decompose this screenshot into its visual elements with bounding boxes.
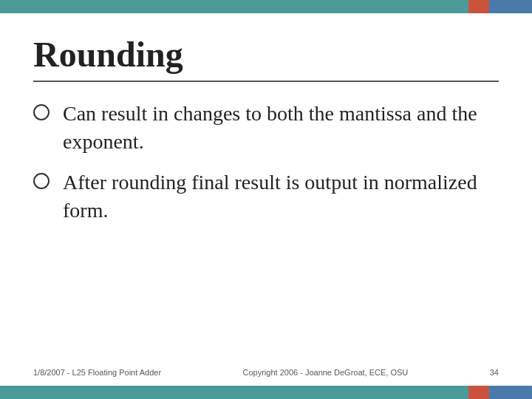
footer-left: 1/8/2007 - L25 Floating Point Adder: [33, 368, 161, 377]
top-color-bar: [0, 0, 532, 13]
list-item: After rounding final result is output in…: [33, 168, 499, 225]
bullet-text-2: After rounding final result is output in…: [63, 168, 499, 225]
bottom-color-bar: [0, 386, 532, 399]
content-area: Rounding Can result in changes to both t…: [0, 13, 532, 368]
title-divider: [33, 81, 499, 82]
footer: 1/8/2007 - L25 Floating Point Adder Copy…: [0, 368, 532, 386]
bullet-list: Can result in changes to both the mantis…: [33, 100, 499, 238]
bullet-marker: [33, 104, 50, 120]
list-item: Can result in changes to both the mantis…: [33, 100, 499, 156]
bullet-text-1: Can result in changes to both the mantis…: [63, 100, 499, 156]
slide-title: Rounding: [33, 35, 499, 75]
footer-center: Copyright 2006 - Joanne DeGroat, ECE, OS…: [243, 368, 409, 377]
slide: Rounding Can result in changes to both t…: [0, 0, 532, 399]
bullet-marker: [33, 173, 50, 189]
footer-right: 34: [490, 368, 499, 377]
